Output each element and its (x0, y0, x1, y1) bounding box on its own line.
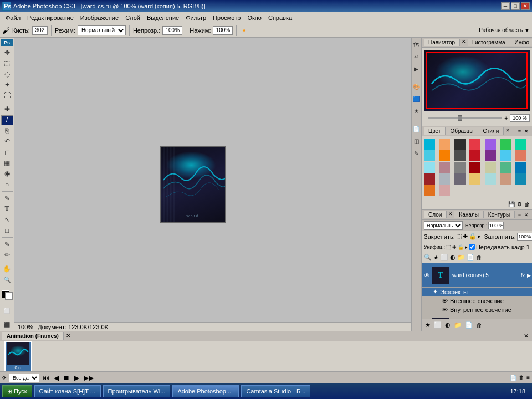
lock-px-btn[interactable]: ⬚ (456, 233, 462, 240)
tab-animation-close[interactable]: ✕ (64, 332, 73, 340)
tab-channels[interactable]: Каналы (454, 211, 484, 218)
layer-options-1[interactable]: ▶ (527, 273, 531, 278)
paths-icon[interactable]: ✎ (412, 147, 420, 158)
start-button[interactable]: ⊞ Пуск (2, 385, 32, 397)
add-mask-icon[interactable]: ⬜ (441, 254, 448, 261)
tab-info[interactable]: Инфо (510, 39, 532, 46)
frame-next-btn[interactable]: ▶▶ (83, 374, 95, 382)
tab-navigator[interactable]: Навигатор (424, 39, 460, 46)
frame-item-1[interactable]: 0 с. (4, 341, 32, 371)
menu-help[interactable]: Справка (265, 14, 295, 22)
animation-close-btn[interactable]: ✕ (523, 332, 530, 340)
layers-icon[interactable]: 📄 (412, 123, 420, 134)
loop-select[interactable]: Всегда (9, 374, 39, 382)
unify-btn3[interactable]: 🔒 (458, 244, 464, 250)
new-fill-icon[interactable]: ◐ (450, 254, 456, 261)
flow-input[interactable] (213, 26, 233, 35)
background-color[interactable] (5, 292, 13, 300)
eyedropper-tool[interactable]: ✏ (1, 250, 13, 260)
zoom-out-btn[interactable]: - (424, 115, 426, 121)
layers-opacity-input[interactable] (488, 222, 504, 229)
swatch-14[interactable] (515, 150, 526, 161)
swatch-8[interactable] (424, 150, 435, 161)
swatch-11[interactable] (469, 150, 480, 161)
maximize-button[interactable]: □ (511, 2, 520, 10)
swatch-17[interactable] (454, 162, 466, 173)
brush-tool[interactable]: / (1, 115, 13, 125)
opacity-input[interactable] (162, 26, 182, 35)
color-panel-close[interactable]: ✕ (523, 129, 530, 134)
type-tool[interactable]: T (1, 204, 13, 214)
zoom-value-input[interactable] (510, 114, 530, 122)
swatch-7[interactable] (515, 139, 526, 150)
delete-swatch-btn[interactable]: 🗑 (524, 201, 530, 207)
menu-window[interactable]: Окно (244, 14, 265, 22)
animation-menu-btn[interactable]: ≡ (526, 375, 530, 381)
blend-mode-select[interactable]: Нормальный (78, 25, 126, 35)
color-panel-menu[interactable]: ≡ (517, 129, 522, 134)
zoom-slider[interactable] (428, 117, 502, 119)
stop-btn[interactable]: ⏹ (62, 374, 71, 382)
new-group-icon[interactable]: 📁 (457, 254, 465, 261)
frame-transfer-checkbox-label[interactable]: Передавать кадр 1 (469, 244, 530, 250)
menu-edit[interactable]: Редактирование (24, 14, 77, 22)
add-layer-style-btn[interactable]: ★ (424, 321, 432, 329)
frame-transfer-checkbox[interactable] (469, 244, 475, 250)
screen-mode-btn[interactable]: ⬛ (1, 320, 13, 330)
swatch-26[interactable] (485, 173, 496, 185)
layer-inner-glow-1[interactable]: 👁 Внутреннее свечение (422, 305, 532, 314)
magic-wand-tool[interactable]: ✦ (1, 80, 13, 90)
swatch-options-btn[interactable]: ⚙ (517, 201, 522, 207)
minimize-button[interactable]: ─ (501, 2, 510, 10)
effect-eye-1[interactable]: 👁 (442, 298, 448, 304)
taskbar-item-3[interactable]: Adobe Photoshop ... (172, 385, 239, 397)
swatch-2[interactable] (439, 139, 450, 150)
swatch-30[interactable] (439, 185, 450, 196)
zoom-tool[interactable]: 🔍 (1, 274, 13, 284)
add-swatch-btn[interactable]: 💾 (508, 201, 515, 207)
airbrush-icon[interactable]: 🔸 (240, 27, 248, 34)
eraser-tool[interactable]: ◻ (1, 147, 13, 157)
layer-outer-glow-1[interactable]: 👁 Внешнее свечение (422, 296, 532, 305)
taskbar-item-4[interactable]: Camtasia Studio - Б... (241, 385, 310, 397)
quick-mask-btn[interactable]: ⬜ (1, 305, 13, 315)
swatch-28[interactable] (515, 173, 526, 185)
crop-tool[interactable]: ⛶ (1, 90, 13, 100)
notes-tool[interactable]: ✎ (1, 239, 13, 249)
swatch-13[interactable] (500, 150, 511, 161)
history-tool[interactable]: ↶ (1, 136, 13, 146)
menu-filter[interactable]: Фильтр (182, 14, 209, 22)
tab-navigator-close[interactable]: ✕ (460, 39, 468, 46)
tab-styles[interactable]: Стили (478, 127, 504, 135)
swatch-9[interactable] (439, 150, 450, 161)
swatch-6[interactable] (500, 139, 511, 150)
new-frame-btn[interactable]: 📄 (510, 375, 516, 381)
layers-panel-close[interactable]: ✕ (523, 212, 530, 218)
layer-visibility-1[interactable]: 👁 (423, 272, 431, 279)
swatch-12[interactable] (485, 150, 496, 161)
path-tool[interactable]: ✎ (1, 193, 13, 203)
swatch-25[interactable] (469, 173, 480, 185)
menu-view[interactable]: Просмотр (209, 14, 244, 22)
fill-input[interactable] (517, 233, 532, 241)
tab-layers-close[interactable]: ✕ (447, 211, 454, 218)
swatch-27[interactable] (500, 173, 511, 185)
swatch-3[interactable] (454, 139, 466, 150)
blur-tool[interactable]: ◉ (1, 168, 13, 178)
menu-layer[interactable]: Слой (122, 14, 144, 22)
layer-style-icon[interactable]: ★ (433, 254, 439, 261)
brush-size-input[interactable] (32, 26, 48, 35)
history-panel-icon[interactable]: ↩ (412, 51, 420, 62)
swatch-22[interactable] (424, 173, 435, 185)
styles-icon[interactable]: ★ (412, 105, 420, 116)
swatch-24[interactable] (454, 173, 466, 185)
layers-panel-menu[interactable]: ≡ (517, 212, 522, 218)
effect-eye-2[interactable]: 👁 (442, 306, 448, 313)
swatch-20[interactable] (500, 162, 511, 173)
zoom-slider-thumb[interactable] (458, 115, 462, 121)
unify-btn4[interactable]: ▸ (465, 244, 468, 250)
swatch-15[interactable] (424, 162, 435, 173)
layer-item-1[interactable]: 👁 T ward (копия) 5 fx ▶ (422, 263, 532, 288)
create-group-btn[interactable]: 📁 (453, 321, 463, 329)
taskbar-item-2[interactable]: Проигрыватель Wi... (103, 385, 171, 397)
